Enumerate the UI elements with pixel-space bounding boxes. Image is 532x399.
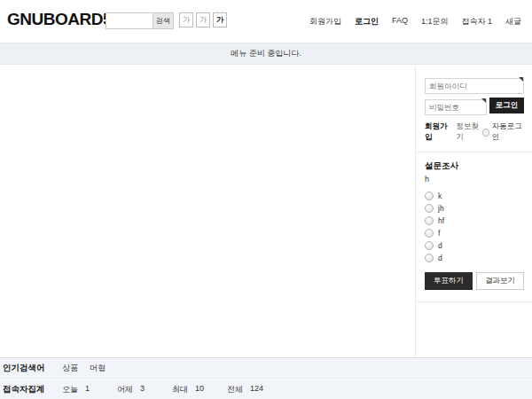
popular-search-item[interactable]: 상품 bbox=[62, 363, 78, 374]
poll-option-label: k bbox=[438, 192, 442, 200]
popular-search-label: 인기검색어 bbox=[0, 363, 62, 374]
member-id-input[interactable] bbox=[425, 78, 524, 94]
nav-new-posts[interactable]: 새글 bbox=[505, 16, 521, 27]
member-id-wrap bbox=[425, 76, 524, 94]
stat-name: 어제 bbox=[117, 384, 133, 395]
auto-login-label: 자동로그인 bbox=[492, 121, 524, 143]
nav-faq[interactable]: FAQ bbox=[392, 16, 408, 27]
main-area: 로그인 회원가입 정보찾기 자동로그인 설문조사 h k bbox=[0, 66, 532, 358]
password-row: 로그인 bbox=[425, 98, 524, 115]
poll-option[interactable]: jh bbox=[425, 204, 524, 213]
font-size-medium-button[interactable]: 가 bbox=[196, 12, 210, 27]
poll-box: 설문조사 h k jh hf f bbox=[416, 153, 532, 302]
radio-icon[interactable] bbox=[425, 216, 434, 225]
auto-login-checkbox[interactable] bbox=[482, 129, 489, 137]
vote-button[interactable]: 투표하기 bbox=[425, 272, 473, 290]
search-input[interactable] bbox=[106, 12, 153, 29]
login-button[interactable]: 로그인 bbox=[489, 98, 524, 113]
stat-yesterday: 어제 3 bbox=[117, 384, 151, 395]
radio-icon[interactable] bbox=[425, 192, 434, 200]
login-box: 로그인 회원가입 정보찾기 자동로그인 bbox=[416, 66, 532, 153]
poll-option-label: hf bbox=[438, 216, 444, 225]
font-size-small-button[interactable]: 가 bbox=[179, 12, 193, 27]
login-links: 회원가입 정보찾기 자동로그인 bbox=[425, 121, 524, 143]
stat-value: 1 bbox=[85, 384, 96, 395]
poll-option-label: jh bbox=[438, 204, 444, 213]
visitor-stats: 오늘 1 어제 3 최대 10 전체 124 bbox=[62, 384, 285, 395]
popular-search-links: 상품 머형 bbox=[62, 363, 106, 374]
stat-name: 오늘 bbox=[62, 384, 78, 395]
visitor-stats-row: 접속자집계 오늘 1 어제 3 최대 10 전체 124 bbox=[0, 379, 532, 399]
font-size-controls: 가 가 가 bbox=[179, 12, 227, 27]
radio-icon[interactable] bbox=[425, 229, 434, 238]
poll-option[interactable]: d bbox=[425, 254, 524, 262]
stat-value: 10 bbox=[195, 384, 206, 395]
poll-question: h bbox=[425, 175, 524, 184]
poll-title: 설문조사 bbox=[425, 160, 524, 172]
header: GNUBOARD5 검색 가 가 가 회원가입 로그인 FAQ 1:1문의 접속… bbox=[0, 0, 532, 43]
password-wrap bbox=[425, 98, 487, 115]
auto-login-toggle[interactable]: 자동로그인 bbox=[482, 121, 524, 143]
stat-value: 3 bbox=[140, 384, 151, 395]
radio-icon[interactable] bbox=[425, 254, 434, 262]
gnuboard-page: GNUBOARD5 검색 가 가 가 회원가입 로그인 FAQ 1:1문의 접속… bbox=[0, 0, 532, 399]
poll-option-label: d bbox=[438, 254, 442, 262]
popular-search-row: 인기검색어 상품 머형 bbox=[0, 358, 532, 379]
visitor-stats-label: 접속자집계 bbox=[0, 384, 62, 395]
radio-icon[interactable] bbox=[425, 204, 434, 213]
signup-link[interactable]: 회원가입 bbox=[425, 121, 450, 143]
nav-visitors[interactable]: 접속자 1 bbox=[461, 16, 492, 27]
font-size-large-button[interactable]: 가 bbox=[213, 12, 227, 27]
stat-name: 전체 bbox=[227, 384, 243, 395]
poll-option[interactable]: k bbox=[425, 192, 524, 200]
poll-option[interactable]: hf bbox=[425, 216, 524, 225]
poll-results-button[interactable]: 결과보기 bbox=[476, 272, 524, 290]
stat-value: 124 bbox=[250, 384, 263, 395]
poll-buttons: 투표하기 결과보기 bbox=[425, 272, 524, 290]
poll-option[interactable]: f bbox=[425, 229, 524, 238]
menu-notice-band: 메뉴 준비 중입니다. bbox=[0, 43, 532, 65]
main-content-empty bbox=[0, 66, 415, 357]
password-input[interactable] bbox=[425, 99, 487, 115]
site-logo[interactable]: GNUBOARD5 bbox=[7, 10, 112, 29]
stat-max: 최대 10 bbox=[172, 384, 206, 395]
poll-option-label: f bbox=[438, 229, 440, 238]
poll-option-label: d bbox=[438, 241, 442, 250]
menu-notice-text: 메뉴 준비 중입니다. bbox=[231, 48, 301, 59]
stat-today: 오늘 1 bbox=[62, 384, 96, 395]
sidebar: 로그인 회원가입 정보찾기 자동로그인 설문조사 h k bbox=[415, 66, 532, 357]
stat-name: 최대 bbox=[172, 384, 188, 395]
search-button[interactable]: 검색 bbox=[153, 12, 174, 29]
nav-inquiry[interactable]: 1:1문의 bbox=[421, 16, 449, 27]
stat-total: 전체 124 bbox=[227, 384, 263, 395]
search-form: 검색 bbox=[106, 12, 174, 29]
nav-signup[interactable]: 회원가입 bbox=[309, 16, 341, 27]
poll-option[interactable]: d bbox=[425, 241, 524, 250]
find-info-link[interactable]: 정보찾기 bbox=[456, 121, 481, 143]
radio-icon[interactable] bbox=[425, 241, 434, 250]
popular-search-item[interactable]: 머형 bbox=[90, 363, 106, 374]
top-navigation: 회원가입 로그인 FAQ 1:1문의 접속자 1 새글 bbox=[309, 16, 521, 27]
nav-login[interactable]: 로그인 bbox=[355, 16, 379, 27]
